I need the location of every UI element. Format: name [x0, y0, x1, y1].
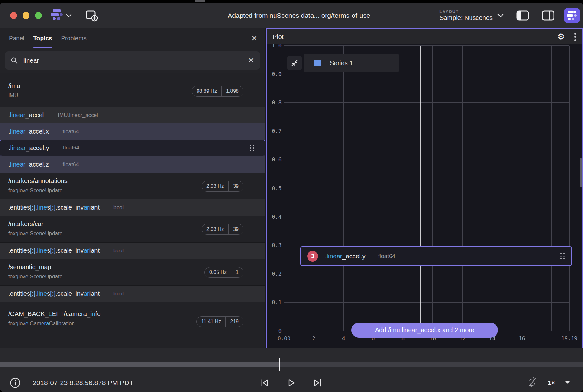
info-icon	[10, 377, 21, 389]
drag-handle-icon[interactable]	[250, 145, 255, 151]
message-path-row[interactable]: .linear_accel.yfloat64	[0, 140, 265, 156]
add-panel-icon	[85, 9, 98, 22]
caret-down-icon	[565, 381, 570, 384]
y-axis-tick-label: 0.1	[272, 299, 282, 306]
gridline-horizontal	[284, 274, 569, 274]
close-window-button[interactable]	[10, 12, 17, 19]
frequency-value: 11.41 Hz	[197, 317, 225, 327]
message-path: .linear_accel.y	[9, 144, 49, 152]
message-count: 1,898	[221, 86, 243, 96]
message-count: 1	[231, 267, 243, 277]
topic-stats-badge: 2.03 Hz39	[202, 181, 243, 192]
x-axis-tick-label: 16	[519, 335, 525, 342]
playback-speed-value[interactable]: 1×	[548, 379, 555, 387]
window-title: Adapted from nuScenes data... org/terms-…	[228, 12, 370, 19]
gridline-horizontal	[284, 245, 569, 246]
y-axis-tick-label: 0	[278, 328, 282, 334]
x-axis-tick-label: 0.00	[278, 335, 291, 342]
topic-row[interactable]: /markers/annotationsfoxglove.SceneUpdate…	[0, 173, 265, 199]
series-label: Series 1	[330, 60, 353, 67]
message-path-row[interactable]: .entities[:].lines[:].scale_invariantboo…	[0, 242, 265, 259]
message-path-row[interactable]: .linear_accel.zfloat64	[0, 156, 265, 173]
frequency-value: 0.05 Hz	[205, 267, 231, 277]
y-axis-tick-label: 0.4	[272, 214, 282, 220]
minimize-window-button[interactable]	[23, 12, 29, 19]
panel-menu-icon[interactable]	[573, 32, 577, 42]
layout-label: LAYOUT	[439, 9, 493, 14]
add-panel-button[interactable]	[85, 9, 98, 22]
y-axis-tick-label: 0.6	[272, 156, 282, 163]
layout-selector[interactable]: LAYOUT Sample: Nuscenes	[439, 9, 493, 22]
tab-panel[interactable]: Panel	[9, 28, 24, 48]
title-bar: Adapted from nuScenes data... org/terms-…	[0, 3, 583, 28]
gridline-horizontal	[284, 188, 569, 189]
tab-problems[interactable]: Problems	[61, 28, 86, 48]
message-path: .linear_accel.z	[8, 161, 49, 168]
foxglove-logo-icon	[51, 9, 64, 22]
drag-preview-chip[interactable]: 3 .linear_accel.y float64	[300, 246, 572, 266]
frequency-value: 2.03 Hz	[202, 181, 228, 191]
y-axis-tick-label: 1.0	[272, 44, 282, 49]
field-type: float64	[63, 129, 79, 135]
y-axis-tick-label: 0.3	[272, 242, 282, 249]
x-axis-tick-label: 2	[312, 335, 315, 342]
tab-topics[interactable]: Topics	[33, 28, 52, 48]
y-axis-tick-label: 0.5	[272, 185, 282, 192]
left-sidebar-toggle-button[interactable]	[516, 10, 529, 21]
speed-dropdown-caret[interactable]	[565, 380, 570, 386]
seek-start-button[interactable]	[259, 377, 270, 388]
topic-stats-badge: 0.05 Hz1	[204, 267, 243, 278]
account-avatar-button[interactable]	[564, 8, 580, 23]
message-path-row[interactable]: .entities[:].lines[:].scale_invariantboo…	[0, 285, 265, 302]
field-type: bool	[113, 248, 124, 254]
topic-row[interactable]: /markers/carfoxglove.SceneUpdate2.03 Hz3…	[0, 216, 265, 242]
clear-search-icon[interactable]: ✕	[248, 56, 254, 65]
topic-row[interactable]: /imuIMU98.89 Hz1,898	[0, 75, 265, 107]
info-button[interactable]	[10, 377, 21, 389]
close-sidebar-icon[interactable]: ✕	[251, 28, 257, 48]
play-button[interactable]	[286, 377, 296, 388]
topic-list: /imuIMU98.89 Hz1,898.linear_accelIMU.lin…	[0, 73, 265, 348]
gridline-horizontal	[284, 131, 569, 132]
timeline-scrubber[interactable]	[0, 362, 583, 367]
chart-playhead-line[interactable]	[420, 46, 421, 331]
current-timestamp[interactable]: 2018-07-23 8:28:56.878 PM PDT	[33, 379, 133, 387]
message-path-row[interactable]: .entities[:].lines[:].scale_invariantboo…	[0, 199, 265, 216]
chart-area[interactable]: 1.00.90.80.70.60.50.40.30.20.100.0024681…	[284, 46, 569, 331]
legend-item-series1[interactable]: Series 1	[304, 54, 399, 72]
app-menu-button[interactable]	[51, 9, 72, 22]
legend-collapse-button[interactable]	[287, 56, 302, 70]
search-input[interactable]	[23, 57, 248, 65]
field-type: bool	[113, 205, 124, 211]
topic-stats-badge: 2.03 Hz39	[202, 224, 243, 235]
message-count: 39	[228, 181, 243, 191]
topic-row[interactable]: /semantic_mapfoxglove.SceneUpdate0.05 Hz…	[0, 259, 265, 285]
topic-row[interactable]: /CAM_BACK_LEFT/camera_infofoxglove.Camer…	[0, 302, 265, 348]
add-series-button[interactable]: Add /imu.linear_accel.x and 2 more	[351, 323, 498, 338]
y-axis-tick-label: 0.2	[272, 271, 282, 277]
seek-end-button[interactable]	[312, 377, 323, 388]
chevron-down-icon[interactable]	[497, 13, 504, 18]
plot-body: 1.00.90.80.70.60.50.40.30.20.100.0024681…	[267, 44, 582, 348]
zoom-window-button[interactable]	[35, 12, 42, 19]
plot-scrollbar-thumb[interactable]	[580, 158, 582, 187]
sidebar-tabbar: Panel Topics Problems ✕	[0, 28, 265, 48]
loop-disabled-button[interactable]	[526, 376, 538, 389]
message-count: 219	[225, 317, 243, 327]
drag-handle-icon[interactable]	[560, 253, 565, 259]
message-path-row[interactable]: .linear_accel.xfloat64	[0, 123, 265, 140]
plot-panel: Plot ⚙ 1.00.90.80.70.60.50.40.30.20.100.…	[266, 28, 583, 348]
right-sidebar-toggle-button[interactable]	[541, 10, 555, 21]
frequency-value: 98.89 Hz	[192, 86, 221, 96]
field-type: float64	[63, 161, 79, 168]
sidebar-panel: Panel Topics Problems ✕ ✕ /imuIM	[0, 28, 265, 348]
app-window: Adapted from nuScenes data... org/terms-…	[0, 3, 583, 392]
page: Adapted from nuScenes data... org/terms-…	[0, 0, 583, 392]
search-box[interactable]: ✕	[5, 51, 260, 70]
message-path-row[interactable]: .linear_accelIMU.linear_accel	[0, 107, 265, 123]
plot-panel-header[interactable]: Plot ⚙	[267, 29, 582, 44]
timeline-playhead[interactable]	[279, 358, 280, 371]
plot-panel-title: Plot	[273, 33, 557, 41]
message-path: .entities[:].lines[:].scale_invariant	[8, 204, 100, 211]
settings-gear-icon[interactable]: ⚙	[557, 33, 565, 41]
